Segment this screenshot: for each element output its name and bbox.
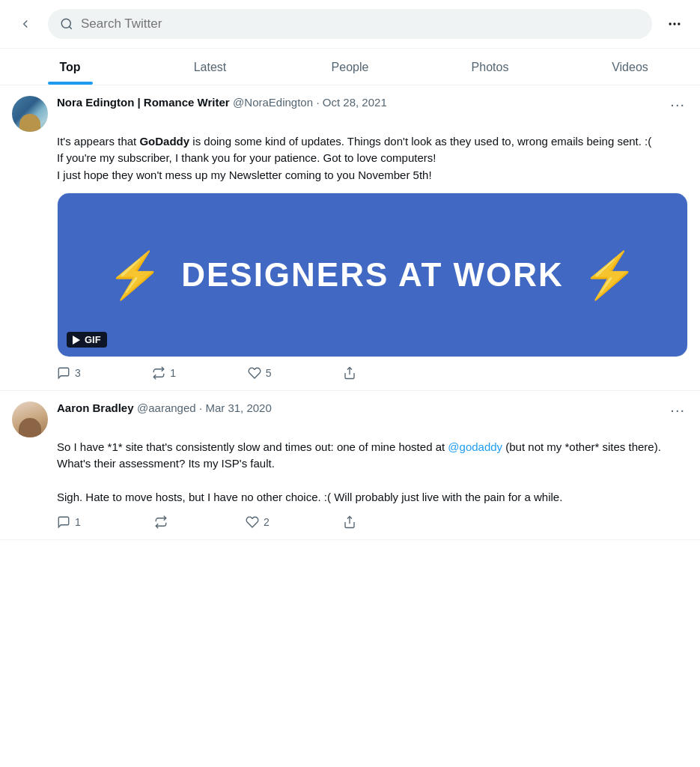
back-button[interactable] xyxy=(12,10,39,37)
reply-icon xyxy=(57,366,70,380)
avatar xyxy=(12,401,48,437)
retweet-icon xyxy=(154,515,168,529)
svg-point-4 xyxy=(678,22,680,25)
tweet-handle: @aaranged xyxy=(137,401,196,414)
search-tabs: Top Latest People Photos Videos xyxy=(0,49,700,85)
tweet-actions: 1 2 xyxy=(57,515,356,529)
retweet-button[interactable]: 1 xyxy=(152,366,176,380)
like-icon xyxy=(248,366,261,380)
gif-banner-text: DESIGNERS AT WORK xyxy=(181,256,564,294)
svg-point-0 xyxy=(61,19,70,28)
reply-count: 3 xyxy=(75,367,81,379)
tweet-header: Nora Edington | Romance Writer @NoraEdin… xyxy=(57,96,688,113)
tweet-actions: 3 1 5 xyxy=(57,366,356,380)
tab-photos[interactable]: Photos xyxy=(420,49,560,85)
svg-point-2 xyxy=(669,22,672,25)
tweet-header: Aaron Bradley @aaranged · Mar 31, 2020 ·… xyxy=(57,401,688,419)
share-button[interactable] xyxy=(343,366,356,380)
reply-icon xyxy=(57,515,70,529)
tweet-2: Aaron Bradley @aaranged · Mar 31, 2020 ·… xyxy=(0,391,700,540)
tweet-handle: @NoraEdington xyxy=(233,96,313,109)
lightning-right-icon: ⚡ xyxy=(582,249,638,302)
tab-videos[interactable]: Videos xyxy=(560,49,700,85)
tweet-1: Nora Edington | Romance Writer @NoraEdin… xyxy=(0,85,700,391)
reply-button[interactable]: 1 xyxy=(57,515,81,529)
search-bar[interactable]: godaddy :( xyxy=(48,9,652,39)
like-button[interactable]: 5 xyxy=(248,366,272,380)
mention-godaddy[interactable]: @godaddy xyxy=(448,440,502,453)
svg-point-3 xyxy=(673,22,675,25)
tweet-content: Nora Edington | Romance Writer @NoraEdin… xyxy=(57,96,688,380)
tweet-author: Aaron Bradley xyxy=(57,401,134,414)
tweet-meta: Nora Edington | Romance Writer @NoraEdin… xyxy=(57,96,387,109)
search-input[interactable]: godaddy :( xyxy=(81,16,640,31)
tab-people[interactable]: People xyxy=(280,49,420,85)
like-count: 5 xyxy=(266,367,272,379)
like-icon xyxy=(246,515,259,529)
more-options-button[interactable] xyxy=(661,10,688,37)
gif-badge: GIF xyxy=(67,332,107,348)
reply-count: 1 xyxy=(75,516,81,528)
tweet-date: · Oct 28, 2021 xyxy=(317,96,387,109)
tab-top[interactable]: Top xyxy=(0,49,140,85)
tweet-more-button[interactable]: ··· xyxy=(667,96,688,113)
gif-label: GIF xyxy=(85,334,101,345)
search-icon xyxy=(60,17,73,31)
tweet-meta: Aaron Bradley @aaranged · Mar 31, 2020 xyxy=(57,401,272,415)
share-button[interactable] xyxy=(343,515,356,529)
lightning-left-icon: ⚡ xyxy=(107,249,163,302)
tweet-date: · Mar 31, 2020 xyxy=(199,401,272,414)
share-icon xyxy=(343,366,356,380)
like-button[interactable]: 2 xyxy=(246,515,270,529)
tweet-content: Aaron Bradley @aaranged · Mar 31, 2020 ·… xyxy=(57,401,688,529)
play-icon xyxy=(73,336,80,345)
tab-latest[interactable]: Latest xyxy=(140,49,280,85)
retweet-button[interactable] xyxy=(154,515,172,529)
tweet-text: So I have *1* site that's consistently s… xyxy=(57,422,688,506)
tweet-author: Nora Edington | Romance Writer xyxy=(57,96,230,109)
svg-line-1 xyxy=(69,26,71,28)
gif-banner: ⚡ DESIGNERS AT WORK ⚡ xyxy=(58,193,687,357)
avatar xyxy=(12,96,48,132)
tweet-more-button[interactable]: ··· xyxy=(667,401,688,419)
like-count: 2 xyxy=(264,516,270,528)
gif-media-card[interactable]: ⚡ DESIGNERS AT WORK ⚡ GIF xyxy=(57,192,688,357)
share-icon xyxy=(343,515,356,529)
reply-button[interactable]: 3 xyxy=(57,366,81,380)
retweet-icon xyxy=(152,366,165,380)
retweet-count: 1 xyxy=(170,367,176,379)
ellipsis-icon xyxy=(667,16,682,31)
tweet-text: It's appears that GoDaddy is doing some … xyxy=(57,116,688,184)
header: godaddy :( xyxy=(0,0,700,49)
